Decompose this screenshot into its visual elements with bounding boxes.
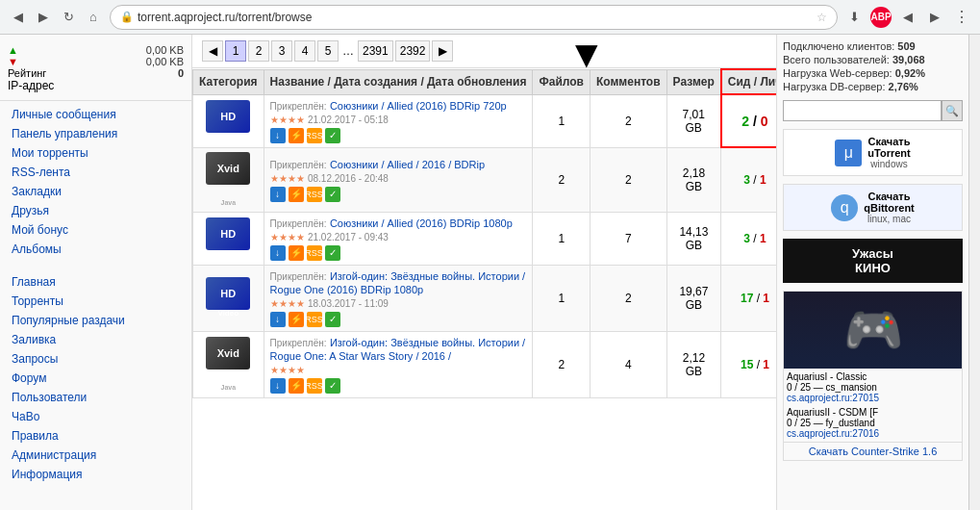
sidebar-link-home[interactable]: Главная	[0, 272, 191, 292]
cs-server2-score: 0 / 25 — fy_dustland	[787, 418, 959, 428]
sidebar-link-friends[interactable]: Друзья	[0, 201, 191, 220]
torrent-dl-icon[interactable]: ↓	[270, 245, 286, 261]
sidebar-link-bookmarks[interactable]: Закладки	[0, 182, 191, 201]
torrent-dl-icon[interactable]: ↓	[270, 378, 286, 394]
page-2-button[interactable]: 2	[248, 40, 269, 62]
sidebar-link-mytorrents[interactable]: Мои торренты	[0, 143, 191, 163]
page-1-button[interactable]: 1	[225, 40, 246, 62]
sidebar-link-albums[interactable]: Альбомы	[0, 240, 191, 259]
torrent-magnet-icon[interactable]: ⚡	[289, 378, 304, 394]
torrent-rss-icon[interactable]: RSS	[307, 187, 322, 202]
table-row: HDVideo Прикреплён: Союзники / Allied (2…	[193, 212, 777, 265]
prev-page-button[interactable]: ◀	[202, 40, 223, 62]
torrent-magnet-icon[interactable]: ⚡	[289, 245, 304, 261]
cs-download-link[interactable]: Скачать Counter-Strike 1.6	[784, 442, 962, 460]
cell-files: 2	[533, 147, 590, 212]
pinned-label: Прикреплён:	[270, 160, 327, 170]
sidebar-link-requests[interactable]: Запросы	[0, 349, 191, 369]
rating-label: Рейтинг	[8, 67, 46, 79]
refresh-button[interactable]: ↻	[58, 7, 79, 28]
horror-ad[interactable]: УжасыКИНО	[783, 239, 963, 283]
home-button[interactable]: ⌂	[83, 7, 104, 28]
torrent-date: 18.03.2017 - 11:09	[308, 298, 389, 309]
cs-server2-link[interactable]: cs.aqproject.ru:27016	[787, 428, 879, 439]
download-arrow: ▼	[8, 56, 18, 67]
url-text: torrent.aqproject.ru/torrent/browse	[138, 11, 813, 24]
bookmark-icon[interactable]: ☆	[817, 11, 827, 24]
sidebar-link-users[interactable]: Пользователи	[0, 388, 191, 407]
search-input[interactable]	[783, 100, 942, 121]
torrent-title-link[interactable]: Союзники / Allied (2016) BDRip 720p	[330, 100, 507, 112]
torrent-magnet-icon[interactable]: ⚡	[289, 187, 304, 202]
torrent-rating: ★★★★	[270, 298, 305, 309]
page-layout: ▲ 0,00 KB ▼ 0,00 KB Рейтинг 0 IP-адрес Л…	[0, 35, 980, 510]
sidebar-link-forum[interactable]: Форум	[0, 369, 191, 388]
cs-server1-link[interactable]: cs.aqproject.ru:27015	[787, 393, 879, 403]
torrent-dl-icon[interactable]: ↓	[270, 187, 286, 202]
leech-count: 1	[760, 232, 766, 245]
qbittorrent-icon: q	[831, 194, 858, 221]
address-bar[interactable]: 🔒 torrent.aqproject.ru/torrent/browse ☆	[110, 5, 838, 30]
sidebar-link-info[interactable]: Информация	[0, 465, 191, 484]
torrent-rss-icon[interactable]: RSS	[307, 312, 322, 327]
torrent-date: 21.02.2017 - 05:18	[308, 115, 389, 125]
ip-label: IP-адрес	[8, 79, 54, 92]
torrent-ok-icon[interactable]: ✓	[325, 187, 340, 202]
page-4-button[interactable]: 4	[294, 40, 315, 62]
torrent-ok-icon[interactable]: ✓	[325, 312, 340, 327]
torrent-title-link[interactable]: Союзники / Allied (2016) BDRip 1080p	[330, 217, 513, 229]
rating-value: 0	[178, 67, 184, 79]
page-2391-button[interactable]: 2391	[358, 40, 393, 62]
abp-badge[interactable]: ABP	[870, 7, 892, 28]
menu-button[interactable]: ⋮	[951, 7, 972, 28]
leech-count: 1	[763, 292, 769, 305]
sidebar-link-popular[interactable]: Популярные раздачи	[0, 311, 191, 330]
sidebar-link-admin[interactable]: Администрация	[0, 446, 191, 465]
cell-comments: 2	[590, 94, 666, 147]
header-size: Размер	[666, 69, 721, 94]
back-button[interactable]: ◀	[8, 7, 29, 28]
torrent-dl-icon[interactable]: ↓	[270, 128, 286, 143]
cs-server1-name: AquariusI - Classic	[787, 371, 959, 382]
torrent-magnet-icon[interactable]: ⚡	[289, 312, 304, 327]
torrent-magnet-icon[interactable]: ⚡	[289, 128, 304, 143]
torrent-rss-icon[interactable]: RSS	[307, 128, 322, 143]
sidebar-link-faq[interactable]: ЧаВо	[0, 407, 191, 426]
sidebar-link-rss[interactable]: RSS-лента	[0, 163, 191, 182]
utorrent-ad[interactable]: μ СкачатьuTorrent windows	[783, 129, 963, 176]
leech-count: 1	[763, 358, 769, 371]
horror-label: УжасыКИНО	[852, 246, 893, 275]
sidebar-link-bonus[interactable]: Мой бонус	[0, 220, 191, 240]
history-back[interactable]: ◀	[897, 7, 918, 28]
download-button[interactable]: ⬇	[843, 7, 865, 28]
qbittorrent-ad[interactable]: q СкачатьqBittorent linux, mac	[783, 184, 963, 231]
search-go-button[interactable]: 🔍	[942, 100, 963, 121]
sidebar-link-panel[interactable]: Панель управления	[0, 124, 191, 143]
secure-icon: 🔒	[120, 11, 134, 23]
torrent-table: Категория Название / Дата создания / Дат…	[192, 68, 776, 398]
torrent-ok-icon[interactable]: ✓	[325, 245, 340, 261]
page-3-button[interactable]: 3	[271, 40, 292, 62]
next-page-button[interactable]: ▶	[432, 40, 453, 62]
utorrent-label: СкачатьuTorrent	[867, 136, 910, 159]
torrent-rss-icon[interactable]: RSS	[307, 378, 322, 394]
torrent-ok-icon[interactable]: ✓	[325, 128, 340, 143]
forward-button[interactable]: ▶	[33, 7, 54, 28]
page-5-button[interactable]: 5	[317, 40, 339, 62]
history-forward[interactable]: ▶	[924, 7, 945, 28]
sidebar-link-torrents[interactable]: Торренты	[0, 292, 191, 311]
torrent-ok-icon[interactable]: ✓	[325, 378, 340, 394]
sidebar-link-upload[interactable]: Заливка	[0, 330, 191, 349]
torrent-title-link[interactable]: Союзники / Allied / 2016 / BDRip	[330, 159, 485, 170]
table-row: HDVideo Прикреплён: Союзники / Allied (2…	[193, 94, 777, 147]
nav-buttons: ◀ ▶ ↻ ⌂	[8, 7, 104, 28]
sidebar-link-rules[interactable]: Правила	[0, 426, 191, 446]
cell-size: 14,13 GB	[666, 212, 721, 265]
page-2392-button[interactable]: 2392	[395, 40, 431, 62]
torrent-dl-icon[interactable]: ↓	[270, 312, 286, 327]
torrent-rss-icon[interactable]: RSS	[307, 245, 322, 261]
stat-clients: Подключено клиентов: 509	[783, 40, 963, 52]
cell-size: 19,67 GB	[666, 265, 721, 331]
scrollbar[interactable]	[968, 35, 980, 510]
sidebar-link-messages[interactable]: Личные сообщения	[0, 105, 191, 124]
